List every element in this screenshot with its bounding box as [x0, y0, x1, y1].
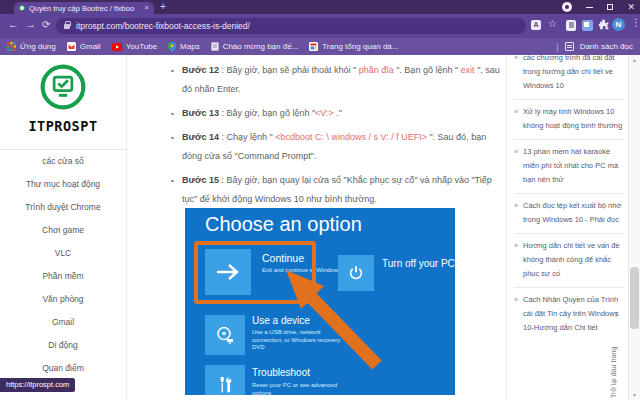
- step-text: : Bây giờ, bạn quay lại cửa sổ "Khắc phụ…: [182, 175, 492, 204]
- step-item: Bước 15 : Bây giờ, bạn quay lại cửa sổ "…: [170, 171, 502, 209]
- gmail-icon: [67, 42, 76, 51]
- sidebar-item-windows[interactable]: các cửa sổ: [0, 150, 126, 173]
- browser-window: Quyền truy cập Bootrec / fixboo × + ✕ ← …: [0, 0, 640, 400]
- window-controls: ✕: [562, 0, 635, 14]
- back-to-top-arrow-icon[interactable]: ↑: [614, 309, 619, 319]
- turn-off-label: Turn off your PC: [382, 258, 455, 269]
- annotation-arrow-icon: [280, 266, 390, 371]
- profile-avatar[interactable]: N: [612, 18, 625, 31]
- minimize-button[interactable]: [586, 7, 593, 8]
- step-label: Bước 13: [182, 108, 219, 118]
- step-text: .": [334, 108, 342, 118]
- step-item: Bước 13 : Bây giờ, bạn gõ lệnh "<V:> .": [170, 104, 502, 123]
- troubleshoot-desc: Reset your PC or see advanced options: [252, 382, 350, 395]
- sidebar-item-active-folder[interactable]: Thư mục hoạt động: [0, 173, 126, 196]
- site-logo[interactable]: ITPROSPT: [0, 63, 126, 134]
- address-bar[interactable]: itprospt.com/bootrec-fixboot-access-is-d…: [56, 18, 526, 34]
- chrome-menu-icon[interactable]: ⋮: [631, 17, 640, 28]
- step-item: Bước 12 : Bây giờ, bạn sẽ phải thoát khỏ…: [170, 61, 502, 99]
- sidebar-item-chrome[interactable]: Trình duyệt Chrome: [0, 196, 126, 219]
- page-scrollbar[interactable]: ▲ ▼: [628, 55, 640, 400]
- scrollbar-thumb[interactable]: [630, 267, 639, 329]
- step-text: : Bây giờ, bạn gõ lệnh ": [219, 108, 315, 118]
- sidebar-item-opinion[interactable]: Quan điểm: [0, 357, 126, 380]
- step-label: Bước 12: [182, 65, 219, 75]
- step-command-text: <V:>: [315, 108, 334, 118]
- step-label: Bước 15: [182, 175, 219, 185]
- url-text[interactable]: itprospt.com/bootrec-fixboot-access-is-d…: [76, 21, 250, 31]
- extension-icon[interactable]: [582, 20, 593, 31]
- step-item: Bước 14 : Chạy lệnh " <bcdboot C: \ wind…: [170, 128, 502, 166]
- troubleshoot-icon: [216, 375, 234, 395]
- dashboard-icon: [309, 42, 318, 51]
- sidebar-item-office[interactable]: Văn phòng: [0, 288, 126, 311]
- tab-title: Quyền truy cập Bootrec / fixboo: [29, 4, 140, 13]
- sidebar-item-vlc[interactable]: VLC: [0, 242, 126, 265]
- site-sidebar: ITPROSPT các cửa sổ Thư mục hoạt động Tr…: [0, 55, 127, 400]
- bookmark-maps[interactable]: Maps: [168, 42, 200, 52]
- bookmarks-bar: Ứng dụng Gmail YouTube Maps: [0, 38, 640, 55]
- step-text: : Chạy lệnh ": [219, 132, 275, 142]
- related-link[interactable]: Cách Nhận Quyền của Trình cài đặt Tin cậ…: [514, 288, 624, 341]
- maximize-button[interactable]: [607, 4, 613, 10]
- bookmark-dashboard[interactable]: Trang tổng quan dà...: [309, 42, 398, 51]
- step-text: ". Bạn gõ lệnh ": [394, 65, 461, 75]
- back-to-top-link[interactable]: Trở lại đầu trang: [610, 322, 617, 398]
- extensions-puzzle-icon[interactable]: [598, 19, 609, 30]
- bookmark-youtube[interactable]: YouTube: [112, 42, 157, 51]
- reload-icon[interactable]: ⟳: [42, 19, 50, 30]
- back-icon[interactable]: ←: [8, 18, 19, 30]
- scroll-down-icon[interactable]: ▼: [629, 392, 640, 398]
- tab-close-icon[interactable]: ×: [144, 4, 149, 12]
- related-link[interactable]: Cách đọc tệp kết xuất bộ nhớ trong Windo…: [514, 194, 624, 234]
- tab-favicon-icon: [19, 5, 25, 11]
- related-link[interactable]: Hướng dẫn chi tiết về vấn đề không thành…: [514, 234, 624, 288]
- step-command-text: exit: [461, 65, 475, 75]
- page-icon: [211, 42, 219, 51]
- translate-icon[interactable]: A: [531, 20, 541, 30]
- bookmark-gmail[interactable]: Gmail: [67, 42, 101, 51]
- sidebar-item-gaming[interactable]: Chơi game: [0, 219, 126, 242]
- related-link[interactable]: 13 phần mềm hát karaoke miễn phí tốt nhấ…: [514, 140, 624, 194]
- site-brand-text: ITPROSPT: [0, 118, 126, 134]
- related-link[interactable]: Xử lý máy tính Windows 10 không hoạt độn…: [514, 100, 624, 140]
- titlebar-profile-icon[interactable]: [562, 2, 572, 12]
- step-label: Bước 14: [182, 132, 219, 142]
- sidebar-item-software[interactable]: Phần mềm: [0, 265, 126, 288]
- scroll-up-icon[interactable]: ▲: [629, 57, 640, 63]
- lock-icon: [64, 24, 70, 29]
- sidebar-item-mobile[interactable]: Di động: [0, 334, 126, 357]
- step-command-text: phần đĩa: [359, 65, 394, 75]
- bookmark-star-icon[interactable]: ☆: [548, 18, 557, 29]
- apps-grid-icon: [7, 42, 16, 51]
- device-icon: [215, 325, 235, 345]
- sidebar-menu: các cửa sổ Thư mục hoạt động Trình duyệt…: [0, 150, 126, 380]
- step-command-text: <bcdboot C: \ windows / s V: / f UEFI>: [275, 132, 427, 142]
- titlebar: Quyền truy cập Bootrec / fixboo × + ✕: [0, 0, 640, 14]
- recovery-title: Choose an option: [205, 213, 362, 236]
- maps-icon: [168, 42, 176, 52]
- troubleshoot-tile: [205, 365, 245, 395]
- recovery-screenshot: Choose an option Continue Exit and conti…: [185, 208, 455, 395]
- close-window-button[interactable]: ✕: [627, 3, 635, 12]
- extension-icon[interactable]: [566, 20, 576, 31]
- reading-list-button[interactable]: | Danh sách đọc: [556, 42, 633, 52]
- sidebar-item-gmail[interactable]: Gmail: [0, 311, 126, 334]
- status-url-tooltip: https://itprospt.com: [0, 378, 75, 392]
- related-link[interactable]: các chương trình đã cài đặt trong hướng …: [514, 55, 624, 100]
- reading-list-icon: [565, 42, 574, 51]
- bookmark-welcome[interactable]: Chào mừng bạn đế...: [211, 42, 299, 51]
- forward-icon[interactable]: →: [25, 18, 36, 30]
- use-device-tile: [205, 315, 245, 355]
- browser-tab[interactable]: Quyền truy cập Bootrec / fixboo ×: [14, 2, 154, 14]
- step-text: : Bây giờ, bạn sẽ phải thoát khỏi ": [219, 65, 359, 75]
- youtube-icon: [112, 43, 122, 51]
- bookmarks-separator: |: [556, 42, 558, 52]
- new-tab-button[interactable]: +: [160, 1, 166, 12]
- related-list: các chương trình đã cài đặt trong hướng …: [514, 55, 624, 341]
- steps-list: Bước 12 : Bây giờ, bạn sẽ phải thoát khỏ…: [170, 61, 502, 214]
- bookmark-apps[interactable]: Ứng dụng: [7, 42, 56, 51]
- browser-toolbar: ← → ⟳ itprospt.com/bootrec-fixboot-acces…: [0, 14, 640, 38]
- itprospt-logo-icon: [39, 63, 87, 111]
